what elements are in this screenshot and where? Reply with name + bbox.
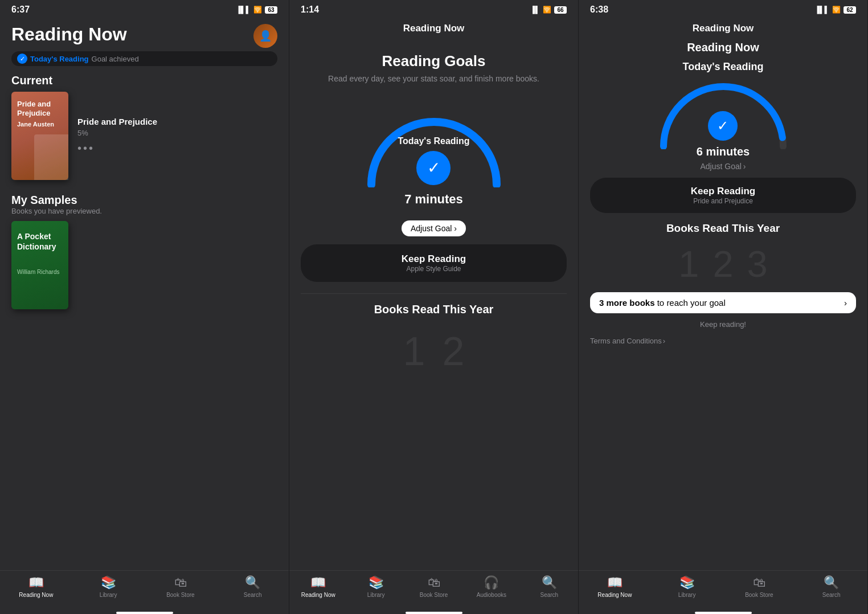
nav-bookstore-1[interactable]: 🛍 Book Store <box>145 575 217 598</box>
home-indicator-1 <box>116 612 173 614</box>
reading-now-label-3: Reading Now <box>597 592 632 598</box>
books-read-title-2: Books Read This Year <box>289 294 578 323</box>
numbers-row-2: 1 2 <box>289 323 578 380</box>
adjust-goal-btn-2[interactable]: Adjust Goal › <box>402 220 466 236</box>
status-icons-1: ▐▌▌ 🛜 63 <box>236 6 277 14</box>
bottom-nav-1: 📖 Reading Now 📚 Library 🛍 Book Store 🔍 S… <box>0 570 289 608</box>
home-indicator-3 <box>695 612 752 614</box>
bookstore-label-1: Book Store <box>166 592 194 598</box>
keep-reading-btn-3[interactable]: Keep Reading Pride and Prejudice <box>590 178 856 213</box>
gauge-inner-2: Today's Reading ✓ 7 minutes <box>398 136 469 207</box>
reading-now-label-2: Reading Now <box>301 592 335 598</box>
status-icons-3: ▐▌▌ 🛜 62 <box>814 6 856 14</box>
adjust-goal-link-3[interactable]: Adjust Goal › <box>700 162 746 171</box>
nav-library-3[interactable]: 📚 Library <box>651 575 723 598</box>
terms-link[interactable]: Terms and Conditions › <box>579 331 867 351</box>
bottom-nav-3: 📖 Reading Now 📚 Library 🛍 Book Store 🔍 S… <box>579 570 867 608</box>
gauge-label-2: Today's Reading <box>398 136 469 146</box>
battery-2: 66 <box>554 6 567 14</box>
more-books-banner[interactable]: 3 more books to reach your goal › <box>590 292 856 313</box>
p3-big-num-3: 3 <box>747 243 768 285</box>
dict-title: A Pocket Dictionary <box>17 231 63 252</box>
more-books-text: 3 more books to reach your goal <box>599 298 726 308</box>
home-indicator-2 <box>406 612 462 614</box>
library-label-3: Library <box>678 592 696 598</box>
gauge-inner-3: ✓ 6 minutes <box>697 107 750 158</box>
gauge-minutes-2: 7 minutes <box>404 192 463 207</box>
library-label-1: Library <box>100 592 117 598</box>
avatar-1[interactable]: 👤 <box>253 24 277 48</box>
nav-bookstore-2[interactable]: 🛍 Book Store <box>405 575 462 598</box>
search-label-1: Search <box>244 592 262 598</box>
reading-now-label-1: Reading Now <box>19 592 53 598</box>
book-dots-pride[interactable]: ••• <box>77 142 277 155</box>
audiobooks-label-2: Audiobooks <box>477 592 506 598</box>
signal-icon-3: ▐▌▌ <box>814 6 829 14</box>
big-num-1: 1 <box>403 329 425 374</box>
status-bar-2: 1:14 ▐▌ 🛜 66 <box>289 0 578 17</box>
bookstore-icon-2: 🛍 <box>428 575 440 590</box>
nav-library-1[interactable]: 📚 Library <box>72 575 145 598</box>
audiobooks-icon-2: 🎧 <box>484 575 499 590</box>
library-icon-2: 📚 <box>369 575 384 590</box>
badge-check-icon: ✓ <box>17 54 27 64</box>
nav-bookstore-3[interactable]: 🛍 Book Store <box>723 575 796 598</box>
status-bar-3: 6:38 ▐▌▌ 🛜 62 <box>579 0 867 17</box>
search-icon-3: 🔍 <box>824 575 839 590</box>
panel-2-content: Reading Now Reading Goals Read every day… <box>289 17 578 570</box>
time-1: 6:37 <box>11 5 30 15</box>
dict-author: William Richards <box>17 269 63 275</box>
panel-1: 6:37 ▐▌▌ 🛜 63 Reading Now 👤 ✓ Today's Re… <box>0 0 289 614</box>
book-card-dict[interactable]: A Pocket Dictionary William Richards <box>0 221 289 309</box>
search-label-3: Search <box>822 592 841 598</box>
time-3: 6:38 <box>590 5 608 15</box>
wifi-icon-2: 🛜 <box>543 6 551 14</box>
book-pct-pride: 5% <box>77 129 277 137</box>
keep-reading-btn-2[interactable]: Keep Reading Apple Style Guide <box>301 244 567 282</box>
search-icon-1: 🔍 <box>245 575 260 590</box>
p2-page-title: Reading Goals <box>289 41 578 73</box>
library-icon-3: 📚 <box>679 575 695 590</box>
signal-icon-2: ▐▌ <box>530 6 540 14</box>
gauge-check-2: ✓ <box>416 151 451 185</box>
nav-reading-now-3[interactable]: 📖 Reading Now <box>579 575 651 598</box>
badge-reading-label: Today's Reading <box>30 55 89 63</box>
status-icons-2: ▐▌ 🛜 66 <box>530 6 567 14</box>
p3-today-reading: Today's Reading <box>579 59 867 75</box>
signal-icon-1: ▐▌▌ <box>236 6 251 14</box>
battery-3: 62 <box>844 6 856 14</box>
keep-reading-label-3: Keep reading! <box>579 318 867 331</box>
adjust-goal-link-container: Adjust Goal › <box>579 158 867 178</box>
reading-now-icon-3: 📖 <box>607 575 623 590</box>
bookstore-label-3: Book Store <box>745 592 773 598</box>
nav-reading-now-2[interactable]: 📖 Reading Now <box>289 575 347 598</box>
nav-audiobooks-2[interactable]: 🎧 Audiobooks <box>462 575 520 598</box>
panel-2: 1:14 ▐▌ 🛜 66 Reading Now Reading Goals R… <box>289 0 579 614</box>
p1-header: Reading Now 👤 <box>0 17 289 48</box>
p3-numbers-row: 1 2 3 <box>579 240 867 288</box>
cover-figure <box>34 134 68 180</box>
p3-big-num-1: 1 <box>678 243 699 285</box>
bookstore-icon-1: 🛍 <box>174 575 187 590</box>
search-icon-2: 🔍 <box>542 575 557 590</box>
bottom-nav-2: 📖 Reading Now 📚 Library 🛍 Book Store 🎧 A… <box>289 570 578 608</box>
p2-nav-title: Reading Now <box>289 17 578 41</box>
book-card-pride[interactable]: Pride and Prejudice Jane Austen Pride an… <box>0 92 289 180</box>
cover-title-pride: Pride and Prejudice <box>17 100 63 117</box>
p3-nav-title: Reading Now <box>579 17 867 39</box>
nav-library-2[interactable]: 📚 Library <box>347 575 404 598</box>
badge-goal-label: Goal achieved <box>92 55 139 63</box>
reading-now-icon-2: 📖 <box>310 575 326 590</box>
nav-search-2[interactable]: 🔍 Search <box>521 575 578 598</box>
more-books-chevron: › <box>844 298 847 308</box>
book-info-pride: Pride and Prejudice 5% ••• <box>77 117 277 155</box>
nav-search-3[interactable]: 🔍 Search <box>795 575 867 598</box>
reading-goal-badge[interactable]: ✓ Today's Reading Goal achieved <box>11 51 277 66</box>
book-cover-pride: Pride and Prejudice Jane Austen <box>11 92 68 180</box>
samples-subtitle: Books you have previewed. <box>0 207 289 215</box>
library-label-2: Library <box>367 592 385 598</box>
nav-search-1[interactable]: 🔍 Search <box>216 575 289 598</box>
status-bar-1: 6:37 ▐▌▌ 🛜 63 <box>0 0 289 17</box>
nav-reading-now-1[interactable]: 📖 Reading Now <box>0 575 72 598</box>
adjust-goal-container-2: Adjust Goal › <box>289 212 578 244</box>
